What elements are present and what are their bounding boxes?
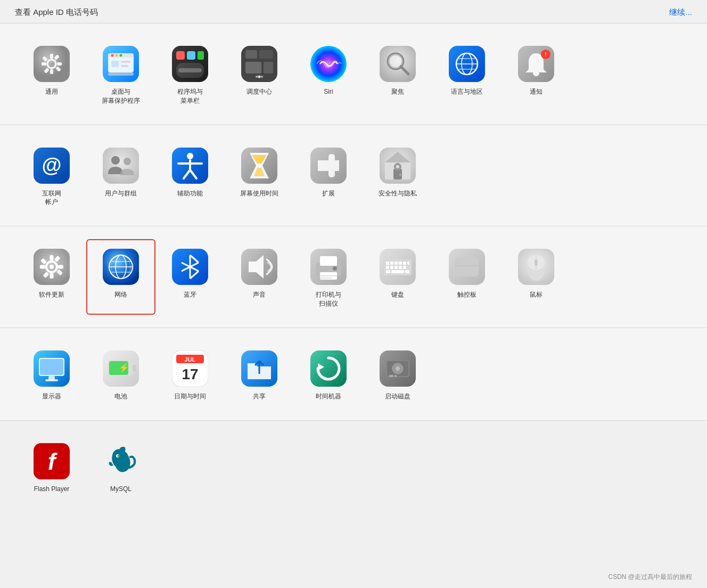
svg-rect-131 xyxy=(40,359,63,375)
svg-rect-112 xyxy=(407,262,409,265)
sidebar-item-battery[interactable]: ⚡ 电池 xyxy=(86,341,155,407)
svg-rect-114 xyxy=(390,266,393,269)
sidebar-item-startdisk[interactable]: 启动磁盘 xyxy=(363,341,432,407)
svg-point-71 xyxy=(396,165,399,168)
datetime-label: 日期与时间 xyxy=(174,392,206,401)
gear-icon xyxy=(34,46,70,82)
network-icon xyxy=(103,249,139,285)
siri-label: Siri xyxy=(324,87,333,96)
svg-text:@: @ xyxy=(42,154,61,176)
flash-label: Flash Player xyxy=(34,485,70,494)
sidebar-item-printer[interactable]: 打印机与扫描仪 xyxy=(294,239,363,315)
svg-point-74 xyxy=(50,265,54,269)
svg-rect-147 xyxy=(310,350,347,387)
sidebar-item-screentime[interactable]: 屏幕使用时间 xyxy=(225,138,294,214)
svg-rect-16 xyxy=(111,61,119,67)
extensions-label: 扩展 xyxy=(322,189,335,198)
mysql-label: MySQL xyxy=(110,485,131,494)
sharing-icon xyxy=(241,350,277,387)
svg-point-69 xyxy=(399,174,401,176)
sidebar-item-siri[interactable]: Siri xyxy=(294,36,363,112)
sidebar-item-software[interactable]: 软件更新 xyxy=(17,239,86,315)
sidebar-item-trackpad[interactable]: 触控板 xyxy=(432,239,502,315)
svg-rect-100 xyxy=(320,256,337,266)
sharing-label: 共享 xyxy=(253,392,266,401)
svg-rect-76 xyxy=(50,273,54,279)
sidebar-item-accessibility[interactable]: 辅助功能 xyxy=(155,138,225,214)
mission-icon xyxy=(241,46,277,82)
continue-button[interactable]: 继续... xyxy=(669,7,692,18)
sidebar-item-security[interactable]: 安全性与隐私 xyxy=(363,138,432,214)
section-4: 显示器 xyxy=(0,328,707,421)
sidebar-item-notification[interactable]: ! 通知 xyxy=(502,36,571,112)
sidebar-item-desktop[interactable]: 桌面与屏幕保护程序 xyxy=(86,36,155,112)
software-label: 软件更新 xyxy=(39,290,64,299)
sidebar-item-bluetooth[interactable]: 蓝牙 xyxy=(155,239,225,315)
svg-point-153 xyxy=(396,366,400,371)
icloud-label: 互联网帐户 xyxy=(42,189,61,207)
svg-rect-120 xyxy=(405,270,409,273)
mouse-icon xyxy=(518,249,554,285)
svg-point-32 xyxy=(258,76,261,78)
svg-rect-29 xyxy=(245,62,261,74)
sidebar-item-display[interactable]: 显示器 xyxy=(17,341,86,407)
display-label: 显示器 xyxy=(42,392,61,401)
svg-rect-104 xyxy=(320,277,332,279)
sidebar-item-mission[interactable]: 调度中心 xyxy=(225,36,294,112)
svg-rect-78 xyxy=(40,265,45,269)
users-icon xyxy=(103,148,139,184)
display-icon xyxy=(34,350,70,387)
sidebar-item-language[interactable]: 语言与地区 xyxy=(432,36,502,112)
software-icon xyxy=(34,249,70,285)
trackpad-label: 触控板 xyxy=(457,290,476,299)
desktop-label: 桌面与屏幕保护程序 xyxy=(102,87,140,105)
section-4-grid: 显示器 xyxy=(17,341,690,407)
mission-label: 调度中心 xyxy=(246,87,272,96)
datetime-icon: JUL 17 xyxy=(172,350,208,387)
svg-rect-119 xyxy=(391,270,404,273)
sidebar-item-general[interactable]: 通用 xyxy=(17,36,86,112)
svg-rect-27 xyxy=(245,50,257,59)
sidebar-item-mouse[interactable]: 鼠标 xyxy=(502,239,571,315)
svg-text:17: 17 xyxy=(182,366,198,382)
battery-label: 电池 xyxy=(114,392,127,401)
screentime-label: 屏幕使用时间 xyxy=(240,189,278,198)
internet-icon: @ xyxy=(34,148,70,184)
svg-rect-122 xyxy=(455,257,479,276)
svg-rect-110 xyxy=(399,262,402,265)
sidebar-item-sharing[interactable]: 共享 xyxy=(225,341,294,407)
svg-rect-30 xyxy=(264,62,273,74)
svg-rect-136 xyxy=(133,365,136,371)
sidebar-item-dock[interactable]: 程序坞与菜单栏 xyxy=(155,36,225,112)
sidebar-item-extensions[interactable]: 扩展 xyxy=(294,138,363,214)
desktop-icon xyxy=(103,46,139,82)
svg-rect-19 xyxy=(108,72,134,76)
trackpad-icon xyxy=(449,249,485,285)
sidebar-item-datetime[interactable]: JUL 17 日期与时间 xyxy=(155,341,225,407)
mysql-icon xyxy=(103,443,139,479)
svg-rect-5 xyxy=(42,62,46,66)
general-label: 通用 xyxy=(45,87,58,96)
sidebar-item-sound[interactable]: 声音 xyxy=(225,239,294,315)
svg-rect-22 xyxy=(187,51,195,60)
svg-rect-3 xyxy=(50,69,53,74)
sidebar-item-network[interactable]: 网络 xyxy=(86,239,155,315)
svg-point-53 xyxy=(124,158,131,165)
sidebar-item-flash[interactable]: f Flash Player xyxy=(17,434,86,500)
svg-rect-17 xyxy=(121,61,130,63)
users-label: 用户与群组 xyxy=(105,189,137,198)
sidebar-item-spotlight[interactable]: 聚焦 xyxy=(363,36,432,112)
timemachine-icon xyxy=(310,350,347,387)
page-title: 查看 Apple ID 电话号码 xyxy=(15,7,98,18)
footer-text: CSDN @走过高中最后的旅程 xyxy=(608,573,692,581)
sidebar-item-icloud[interactable]: @ 互联网帐户 xyxy=(17,138,86,214)
svg-rect-155 xyxy=(394,375,397,377)
section-1: 通用 xyxy=(0,23,707,125)
section-2: @ 互联网帐户 xyxy=(0,125,707,227)
sidebar-item-users[interactable]: 用户与群组 xyxy=(86,138,155,214)
sidebar-item-mysql[interactable]: MySQL xyxy=(86,434,155,500)
svg-rect-109 xyxy=(394,262,398,265)
svg-rect-23 xyxy=(198,51,204,60)
sidebar-item-keyboard[interactable]: 键盘 xyxy=(363,239,432,315)
sidebar-item-timemachine[interactable]: 时间机器 xyxy=(294,341,363,407)
